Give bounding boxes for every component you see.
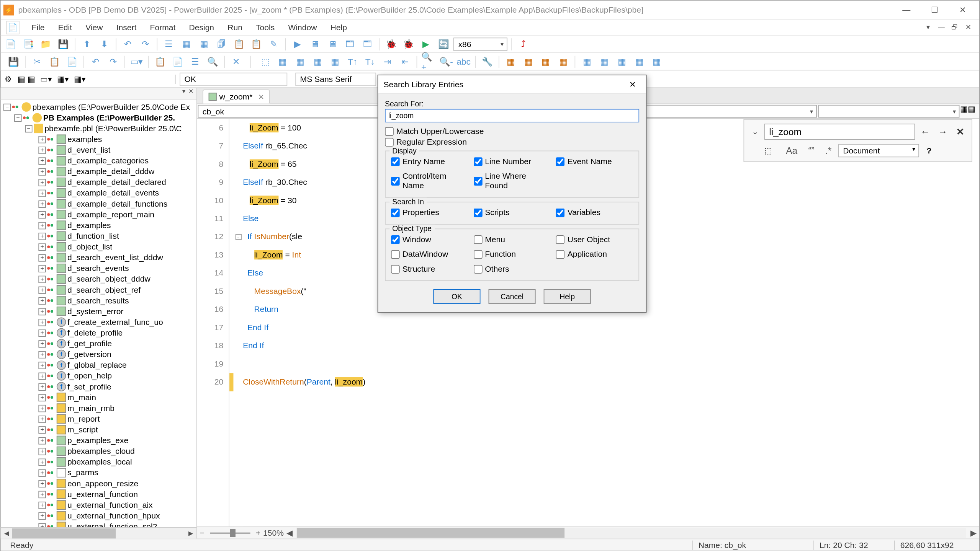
close-button[interactable]: ✕: [949, 2, 976, 18]
tool-icon[interactable]: ▦▾: [57, 74, 69, 84]
object-type-checkbox[interactable]: [473, 264, 482, 273]
tool-icon[interactable]: ▦▾: [74, 74, 85, 84]
tool-icon[interactable]: ▦: [196, 37, 211, 52]
tool-icon[interactable]: 🖥: [308, 37, 322, 52]
tree-item[interactable]: +d_example_detail_dddw: [1, 166, 196, 177]
dialog-close-button[interactable]: ✕: [624, 78, 640, 91]
view-mode-icon[interactable]: ▦: [968, 104, 975, 118]
tree-item[interactable]: +d_search_events: [1, 263, 196, 274]
tree-item[interactable]: +m_script: [1, 424, 196, 435]
mdi-restore-button[interactable]: 🗗: [949, 22, 960, 33]
platform-combo[interactable]: x86: [453, 37, 507, 51]
find-next-button[interactable]: →: [935, 124, 950, 139]
tree-item[interactable]: +d_example_detail_events: [1, 187, 196, 198]
tree-item[interactable]: +u_external_function_hpux: [1, 510, 196, 521]
tool-icon[interactable]: ▦: [328, 54, 343, 69]
tool-icon[interactable]: ⬆: [79, 37, 94, 52]
tool-icon[interactable]: 📋: [231, 37, 246, 52]
tree-item[interactable]: +d_examples: [1, 220, 196, 231]
event-dropdown[interactable]: [818, 105, 960, 117]
run-icon[interactable]: ▶: [419, 37, 434, 52]
bug-icon[interactable]: 🐞: [401, 37, 416, 52]
find-scope-dropdown[interactable]: Document: [838, 144, 919, 157]
exit-icon[interactable]: ⤴: [516, 37, 531, 52]
expand-find-icon[interactable]: ⌄: [748, 124, 762, 139]
object-type-checkbox[interactable]: [391, 264, 400, 273]
refresh-icon[interactable]: 🔄: [436, 37, 451, 52]
display-checkbox[interactable]: [556, 157, 565, 166]
menu-insert[interactable]: Insert: [110, 21, 143, 33]
options-icon[interactable]: ⬚: [764, 146, 779, 155]
menu-format[interactable]: Format: [143, 21, 182, 33]
tool-icon[interactable]: ▦: [18, 74, 25, 84]
tool-icon[interactable]: ▦: [310, 54, 325, 69]
zoom-in-icon[interactable]: 🔍+: [421, 54, 436, 69]
dropdown-icon[interactable]: ▾: [923, 22, 933, 33]
tool-icon[interactable]: abc: [456, 54, 471, 69]
tree-item[interactable]: +u_external_function_sol2: [1, 521, 196, 527]
scroll-right-button[interactable]: ▶: [970, 528, 977, 538]
tool-icon[interactable]: ▭▾: [129, 54, 144, 69]
object-type-checkbox[interactable]: [473, 250, 482, 259]
minimize-button[interactable]: —: [893, 2, 920, 18]
cancel-button[interactable]: Cancel: [489, 289, 536, 304]
tree-item[interactable]: +m_main: [1, 392, 196, 403]
maximize-button[interactable]: ☐: [921, 2, 948, 18]
find-close-button[interactable]: ✕: [953, 124, 968, 139]
tree-item[interactable]: +examples: [1, 134, 196, 145]
tool-icon[interactable]: ⚙: [5, 74, 12, 84]
menu-tools[interactable]: Tools: [249, 21, 281, 33]
tree-item[interactable]: +d_example_detail_functions: [1, 198, 196, 209]
help-button[interactable]: Help: [544, 289, 591, 304]
indent-icon[interactable]: ⇥: [380, 54, 395, 69]
tool-icon[interactable]: ▦: [293, 54, 308, 69]
bug-icon[interactable]: 🐞: [383, 37, 398, 52]
menu-edit[interactable]: Edit: [51, 21, 79, 33]
tree-item[interactable]: +eon_appeon_resize: [1, 478, 196, 489]
mdi-minimize-button[interactable]: —: [936, 22, 947, 33]
font-size-down-icon[interactable]: T↓: [363, 54, 378, 69]
tool-icon[interactable]: ▦: [650, 54, 664, 69]
tool-icon[interactable]: ▦: [579, 54, 594, 69]
object-type-checkbox[interactable]: [556, 250, 565, 259]
tool-icon[interactable]: ↶: [121, 37, 136, 52]
tree-item[interactable]: +ff_get_profile: [1, 338, 196, 349]
tree-item[interactable]: +d_example_categories: [1, 155, 196, 166]
undo-icon[interactable]: ↶: [88, 54, 103, 69]
display-checkbox[interactable]: [473, 157, 482, 166]
display-checkbox[interactable]: [391, 157, 400, 166]
tree-item[interactable]: +ff_getversion: [1, 349, 196, 360]
regex-checkbox[interactable]: [385, 137, 394, 146]
ok-button[interactable]: OK: [434, 289, 481, 304]
tool-icon[interactable]: 📋: [249, 37, 264, 52]
close-icon[interactable]: ✕: [187, 88, 195, 99]
outdent-icon[interactable]: ⇤: [398, 54, 412, 69]
tool-icon[interactable]: 🗐: [214, 37, 229, 52]
search-for-input[interactable]: [385, 109, 639, 122]
menu-run[interactable]: Run: [221, 21, 249, 33]
tree-item[interactable]: +m_main_rmb: [1, 403, 196, 413]
tree-item[interactable]: +s_parms: [1, 467, 196, 478]
cut-icon[interactable]: ✂: [29, 54, 44, 69]
tool-icon[interactable]: ▦: [179, 37, 194, 52]
tree-item[interactable]: +ff_global_replace: [1, 360, 196, 370]
tool-icon[interactable]: ▦: [614, 54, 629, 69]
tree-item[interactable]: +u_external_function_aix: [1, 499, 196, 510]
close-icon[interactable]: ✕: [229, 54, 244, 69]
sql-icon[interactable]: ▦: [556, 54, 571, 69]
tree-item[interactable]: +d_example_detail_declared: [1, 177, 196, 187]
tool-icon[interactable]: 🔍: [205, 54, 220, 69]
paste-icon[interactable]: 📄: [65, 54, 80, 69]
tree-item[interactable]: +d_event_list: [1, 145, 196, 155]
save-icon[interactable]: 💾: [56, 37, 71, 52]
tool-icon[interactable]: 📄: [170, 54, 185, 69]
tree-h-scrollbar[interactable]: ◀▶: [1, 527, 196, 538]
tool-icon[interactable]: ▦: [597, 54, 612, 69]
tree-item[interactable]: +d_search_object_dddw: [1, 274, 196, 284]
editor-tab[interactable]: w_zoom* ✕: [203, 90, 270, 104]
tool-icon[interactable]: ▦: [275, 54, 290, 69]
tree-item[interactable]: +ff_set_profile: [1, 381, 196, 392]
sql-icon[interactable]: ▦: [538, 54, 553, 69]
dropdown-icon[interactable]: ▾: [181, 88, 187, 99]
match-case-checkbox[interactable]: [385, 127, 394, 135]
